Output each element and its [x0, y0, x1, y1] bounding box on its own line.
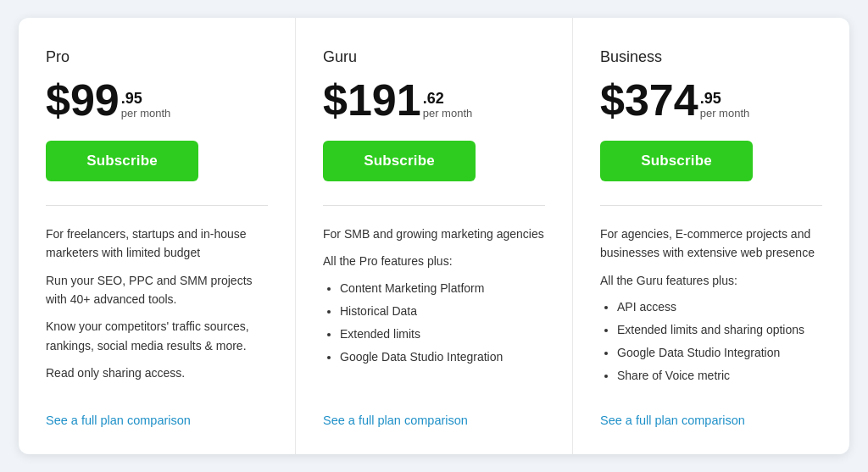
price-period-guru: per month	[423, 107, 473, 120]
price-row-business: $374.95per month	[600, 78, 822, 122]
feature-item-guru-1: Historical Data	[340, 303, 545, 320]
price-cents-business: .95	[700, 91, 750, 108]
plan-col-guru: Guru$191.62per monthSubscribeFor SMB and…	[296, 18, 573, 454]
price-main-guru: $191	[323, 78, 421, 122]
price-row-guru: $191.62per month	[323, 78, 545, 122]
description-pro-3: Read only sharing access.	[46, 364, 268, 382]
price-row-pro: $99.95per month	[46, 78, 268, 122]
divider-guru	[323, 205, 545, 206]
plan-name-guru: Guru	[323, 48, 545, 66]
feature-item-guru-2: Extended limits	[340, 325, 545, 343]
see-comparison-link-pro[interactable]: See a full plan comparison	[46, 405, 268, 427]
description-guru-0: For SMB and growing marketing agencies	[323, 225, 545, 243]
price-period-business: per month	[700, 107, 750, 120]
features-list-business: API accessExtended limits and sharing op…	[600, 298, 822, 390]
description-guru-1: All the Pro features plus:	[323, 252, 545, 270]
subscribe-button-guru[interactable]: Subscribe	[323, 141, 476, 181]
divider-pro	[46, 205, 268, 206]
feature-item-guru-0: Content Marketing Platform	[340, 280, 545, 297]
feature-item-business-1: Extended limits and sharing options	[617, 321, 822, 339]
feature-item-guru-3: Google Data Studio Integration	[340, 348, 545, 366]
description-business-1: All the Guru features plus:	[600, 271, 822, 290]
description-pro-0: For freelancers, startups and in-house m…	[46, 225, 268, 263]
plan-name-pro: Pro	[46, 48, 268, 66]
see-comparison-link-business[interactable]: See a full plan comparison	[600, 405, 822, 427]
feature-item-business-3: Share of Voice metric	[617, 367, 822, 385]
description-pro-2: Know your competitors' traffic sources, …	[46, 317, 268, 355]
price-main-pro: $99	[46, 78, 120, 122]
price-main-business: $374	[600, 78, 698, 122]
description-pro-1: Run your SEO, PPC and SMM projects with …	[46, 271, 268, 309]
plan-name-business: Business	[600, 48, 822, 66]
price-cents-block-business: .95per month	[700, 91, 750, 122]
subscribe-button-business[interactable]: Subscribe	[600, 141, 753, 181]
features-list-guru: Content Marketing PlatformHistorical Dat…	[323, 280, 545, 371]
price-cents-pro: .95	[121, 91, 171, 108]
divider-business	[600, 205, 822, 206]
price-period-pro: per month	[121, 107, 171, 120]
price-cents-block-pro: .95per month	[121, 91, 171, 122]
plan-col-pro: Pro$99.95per monthSubscribeFor freelance…	[19, 18, 296, 454]
description-business-0: For agencies, E-commerce projects and bu…	[600, 225, 822, 263]
feature-item-business-2: Google Data Studio Integration	[617, 344, 822, 362]
feature-item-business-0: API access	[617, 298, 822, 316]
subscribe-button-pro[interactable]: Subscribe	[46, 141, 198, 181]
price-cents-guru: .62	[423, 91, 473, 108]
see-comparison-link-guru[interactable]: See a full plan comparison	[323, 405, 545, 427]
pricing-container: Pro$99.95per monthSubscribeFor freelance…	[19, 18, 849, 454]
price-cents-block-guru: .62per month	[423, 91, 473, 122]
plan-col-business: Business$374.95per monthSubscribeFor age…	[573, 18, 849, 454]
